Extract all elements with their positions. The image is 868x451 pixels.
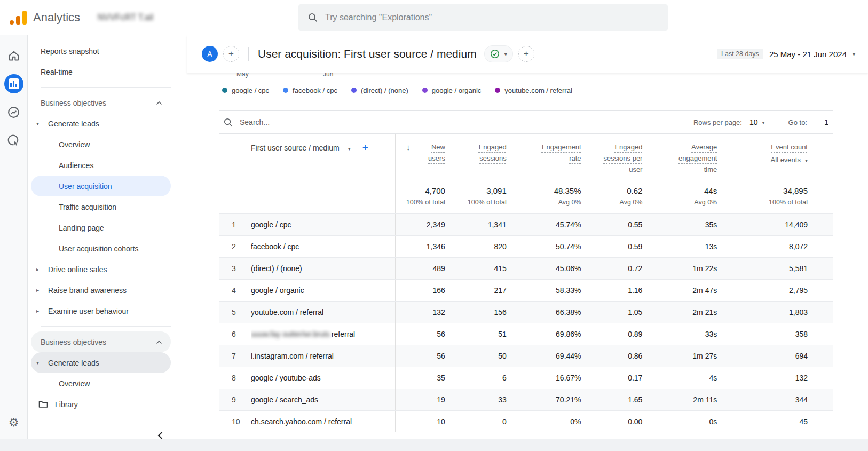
total-subtext: Avg 0% [508, 199, 581, 206]
total-subtext: Avg 0% [643, 199, 717, 206]
row-index: 1 [219, 214, 251, 235]
metric-cell: 694 [718, 352, 809, 360]
global-search-input[interactable] [325, 13, 659, 22]
sidebar-item-audiences[interactable]: Audiences [31, 155, 171, 176]
explore-icon[interactable] [4, 102, 23, 122]
column-header-average-engagement-time[interactable]: Average engagement time [643, 141, 718, 182]
report-status-button[interactable]: ▾ [484, 45, 513, 62]
metric-cell: 56 [396, 330, 446, 338]
legend-item-direct-none: (direct) / (none) [351, 86, 408, 94]
legend-label: google / organic [432, 86, 482, 94]
rows-per-page-select[interactable]: 10 [749, 118, 758, 126]
caret-right-icon[interactable]: ▸ [36, 266, 43, 272]
column-header-label: Engaged sessions per user [603, 143, 642, 173]
sidebar-item-overview[interactable]: Overview [31, 373, 171, 394]
sidebar-item-drive-online-sales[interactable]: ▸Drive online sales [31, 259, 171, 280]
metric-cell: 0s [643, 417, 718, 426]
caret-down-icon[interactable]: ▾ [853, 51, 855, 57]
caret-down-icon[interactable]: ▾ [36, 360, 43, 366]
metric-cell: 132 [396, 308, 446, 317]
column-header-label: New users [428, 143, 445, 162]
sidebar-item-generate-leads[interactable]: ▾Generate leads [31, 352, 171, 373]
table-search-input[interactable] [240, 118, 400, 126]
row-dimension: uuuw.fay outter/wr.brutsreferral [251, 323, 395, 345]
home-icon[interactable] [4, 46, 23, 65]
sidebar-item-business-objectives[interactable]: Business objectives [31, 331, 171, 352]
row-dimension: google / organic [251, 280, 395, 301]
admin-gear-icon[interactable]: ⚙ [9, 416, 19, 430]
metric-cell: 0.17 [582, 374, 644, 382]
search-icon [307, 12, 318, 23]
date-range-selector[interactable]: 25 May - 21 Jun 2024 [769, 50, 847, 59]
metric-cell: 0.86 [582, 352, 644, 360]
column-header-event-count[interactable]: Event countAll events▾ [718, 141, 809, 182]
table-row-9: 9google / search_ads193370.21%1.652m 11s… [219, 389, 833, 410]
add-secondary-dimension-button[interactable]: + [362, 142, 368, 154]
metric-cell: 1.05 [582, 308, 644, 317]
sidebar-item-business-objectives[interactable]: Business objectives [31, 92, 171, 113]
total-value: 4,700 [396, 186, 445, 195]
global-search[interactable] [298, 4, 668, 31]
column-header-new-users[interactable]: ↓New users [396, 141, 446, 182]
metric-cell: 35s [643, 220, 718, 229]
dimension-label: (direct) / (none) [251, 264, 302, 273]
sort-descending-icon[interactable]: ↓ [406, 141, 411, 153]
chevron-up-icon[interactable] [156, 101, 162, 105]
event-count-filter[interactable]: All events▾ [718, 154, 808, 166]
sidebar-item-landing-page[interactable]: Landing page [31, 217, 171, 238]
row-dimension: l.instagram.com / referral [251, 345, 395, 367]
collapse-sidebar-icon[interactable] [157, 431, 163, 440]
property-selector[interactable]: NVVFcRT T.ail [98, 13, 153, 22]
metric-cell: 2m 21s [643, 308, 718, 317]
column-header-engaged-sessions-per-user[interactable]: Engaged sessions per user [582, 141, 644, 182]
chevron-up-icon[interactable] [156, 340, 162, 344]
row-metrics: 565169.86%0.8933s358 [395, 323, 809, 345]
table-row-5: 5youtube.com / referral13215666.38%1.052… [219, 301, 833, 323]
goto-page-input[interactable] [815, 118, 828, 126]
metric-cell: 820 [446, 242, 508, 251]
sidebar-item-examine-user-behaviour[interactable]: ▸Examine user behaviour [31, 300, 171, 321]
column-header-engagement-rate[interactable]: Engagement rate [508, 141, 582, 182]
sidebar-item-raise-brand-awareness[interactable]: ▸Raise brand awareness [31, 280, 171, 300]
caret-right-icon[interactable]: ▸ [36, 287, 43, 293]
avatar[interactable]: A [202, 46, 218, 62]
sidebar-item-overview[interactable]: Overview [31, 134, 171, 155]
google-analytics-logo-icon [7, 11, 28, 25]
dimension-header[interactable]: First user source / medium ▾ + [219, 134, 395, 213]
reports-icon[interactable] [4, 74, 23, 93]
metric-cell: 8,072 [718, 242, 809, 251]
sidebar-item-real-time[interactable]: Real-time [31, 61, 171, 82]
metric-cell: 69.86% [508, 330, 582, 338]
metric-cell: 45 [718, 417, 809, 426]
column-header-engaged-sessions[interactable]: Engaged sessions [446, 141, 508, 182]
metric-cell: 70.21% [508, 395, 582, 404]
metric-cell: 0% [508, 417, 582, 426]
caret-down-icon[interactable]: ▾ [36, 121, 43, 126]
table-row-4: 4google / organic16621758.33%1.162m 47s2… [219, 279, 833, 301]
add-comparison-button[interactable]: + [223, 46, 239, 62]
sidebar-item-user-acquisition-cohorts[interactable]: User acquisition cohorts [31, 238, 171, 259]
sidebar-item-reports-snapshot[interactable]: Reports snapshot [31, 41, 171, 61]
metric-cell: 0.00 [582, 417, 644, 426]
add-report-button[interactable]: + [518, 46, 534, 62]
divider [248, 47, 249, 61]
advertising-icon[interactable] [4, 131, 23, 150]
axis-tick: Jun [323, 73, 333, 78]
sidebar-item-library[interactable]: Library [31, 394, 171, 415]
table-row-7: 7l.instagram.com / referral565069.44%0.8… [219, 345, 833, 367]
caret-right-icon[interactable]: ▸ [36, 308, 43, 314]
caret-down-icon[interactable]: ▾ [348, 144, 351, 152]
sidebar-item-generate-leads[interactable]: ▾Generate leads [31, 113, 171, 134]
chart-legend: google / cpcfacebook / cpc(direct) / (no… [187, 82, 868, 97]
sidebar-item-traffic-acquisition[interactable]: Traffic acquisition [31, 196, 171, 217]
caret-down-icon[interactable]: ▾ [762, 120, 765, 125]
table-row-8: 8google / youtube-ads35616.67%0.174s132 [219, 367, 833, 389]
divider [41, 420, 171, 420]
metric-cell: 50 [446, 352, 508, 360]
metric-cell: 1,346 [396, 242, 446, 251]
sidebar-item-user-acquisition[interactable]: User acquisition [31, 176, 171, 196]
row-metrics: 35616.67%0.174s132 [395, 367, 809, 389]
column-header-label: Average engagement time [678, 143, 717, 173]
metric-cell: 10 [396, 417, 446, 426]
metric-cell: 69.44% [508, 352, 582, 360]
